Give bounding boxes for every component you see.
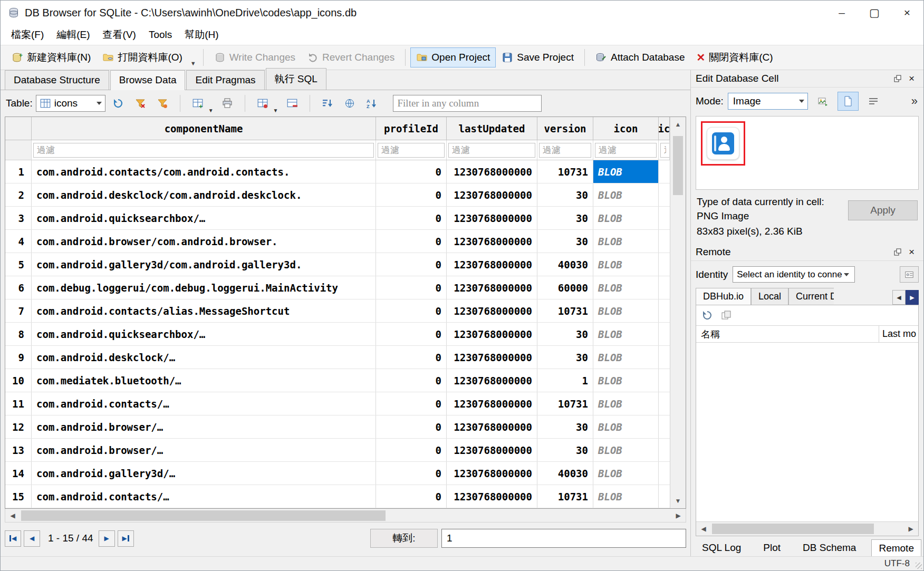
scroll-left-icon[interactable]: ◀ <box>5 512 20 519</box>
row-number[interactable]: 8 <box>5 323 32 345</box>
cell-componentName[interactable]: com.android.contacts/… <box>32 392 376 415</box>
dock-tab-sql-log[interactable]: SQL Log <box>695 539 748 556</box>
cell-profileId[interactable]: 0 <box>376 160 447 183</box>
sort-ascending-button[interactable] <box>318 94 337 113</box>
cell-version[interactable]: 30 <box>537 346 593 369</box>
remote-scroll-thumb[interactable] <box>712 524 874 534</box>
horizontal-scroll-thumb[interactable] <box>21 510 386 521</box>
open-project-button[interactable]: Open Project <box>410 47 496 67</box>
cell-icon[interactable]: BLOB <box>593 183 659 206</box>
duplicate-record-dropdown-icon[interactable]: ▼ <box>273 108 278 113</box>
column-header-profileId[interactable]: profileId <box>376 117 447 140</box>
menu-file[interactable]: 檔案(F) <box>5 25 50 44</box>
cell-version[interactable]: 10731 <box>537 160 593 183</box>
table-row[interactable]: 12 com.android.browser/… 0 1230768000000… <box>5 415 670 439</box>
remote-column-last-modified[interactable]: Last mo <box>879 328 918 340</box>
cell-lastUpdated[interactable]: 1230768000000 <box>447 207 537 229</box>
table-row[interactable]: 1 com.android.contacts/com.android.conta… <box>5 160 670 183</box>
revert-changes-button[interactable]: Revert Changes <box>301 47 400 67</box>
cell-version[interactable]: 1 <box>537 369 593 392</box>
print-button[interactable] <box>218 94 237 113</box>
apply-button[interactable]: Apply <box>848 200 918 220</box>
cell-icon[interactable]: BLOB <box>593 346 659 369</box>
goto-record-input[interactable] <box>441 529 686 548</box>
maximize-button[interactable]: ▢ <box>858 1 891 25</box>
remote-tab-dbhub[interactable]: DBHub.io <box>696 288 751 305</box>
column-header-version[interactable]: version <box>537 117 593 140</box>
cell-lastUpdated[interactable]: 1230768000000 <box>447 462 537 485</box>
resize-grip[interactable] <box>916 563 922 569</box>
row-number[interactable]: 3 <box>5 207 32 229</box>
previous-record-button[interactable]: ◀ <box>24 530 40 547</box>
cell-lastUpdated[interactable]: 1230768000000 <box>447 415 537 438</box>
cell-lastUpdated[interactable]: 1230768000000 <box>447 439 537 461</box>
minimize-button[interactable]: – <box>825 1 858 25</box>
remote-column-name[interactable]: 名稱 <box>696 326 879 342</box>
cell-version[interactable]: 30 <box>537 323 593 345</box>
table-selector[interactable]: icons <box>36 95 105 112</box>
vertical-scrollbar[interactable]: ▲ ▼ <box>670 117 686 508</box>
encoding-label[interactable]: UTF-8 <box>884 558 910 569</box>
close-dock-icon[interactable]: × <box>904 72 919 85</box>
sort-az-button[interactable]: A Z <box>362 94 381 113</box>
remote-tab-local[interactable]: Local <box>751 288 788 305</box>
filter-input-overflow[interactable] <box>660 143 670 158</box>
cell-profileId[interactable]: 0 <box>376 392 447 415</box>
delete-record-button[interactable] <box>283 94 302 113</box>
table-row[interactable]: 8 com.android.quicksearchbox/… 0 1230768… <box>5 323 670 346</box>
cell-icon[interactable]: BLOB <box>593 299 659 322</box>
cell-componentName[interactable]: com.android.deskclock/… <box>32 346 376 369</box>
tab-execute-sql[interactable]: 執行 SQL <box>266 68 326 90</box>
cell-lastUpdated[interactable]: 1230768000000 <box>447 323 537 345</box>
filter-input-version[interactable] <box>539 143 591 158</box>
cell-icon[interactable]: BLOB <box>593 439 659 461</box>
cell-version[interactable]: 10731 <box>537 299 593 322</box>
table-row[interactable]: 5 com.android.gallery3d/com.android.gall… <box>5 253 670 276</box>
column-header-icon[interactable]: icon <box>593 117 659 140</box>
row-number[interactable]: 6 <box>5 276 32 299</box>
menu-help[interactable]: 幫助(H) <box>178 25 225 44</box>
filter-input-componentName[interactable] <box>33 143 374 158</box>
cell-componentName[interactable]: com.mediatek.bluetooth/… <box>32 369 376 392</box>
cell-icon[interactable]: BLOB <box>593 276 659 299</box>
cell-componentName[interactable]: com.android.browser/… <box>32 415 376 438</box>
cell-profileId[interactable]: 0 <box>376 462 447 485</box>
cell-version[interactable]: 60000 <box>537 276 593 299</box>
row-number[interactable]: 9 <box>5 346 32 369</box>
format-button[interactable] <box>340 94 359 113</box>
goto-button[interactable]: 轉到: <box>370 529 438 548</box>
table-row[interactable]: 14 com.android.gallery3d/… 0 12307680000… <box>5 462 670 485</box>
first-record-button[interactable]: ◀ <box>5 530 21 547</box>
column-header-lastUpdated[interactable]: lastUpdated <box>447 117 537 140</box>
cell-lastUpdated[interactable]: 1230768000000 <box>447 346 537 369</box>
cell-lastUpdated[interactable]: 1230768000000 <box>447 392 537 415</box>
row-number[interactable]: 14 <box>5 462 32 485</box>
remote-tab-current-database[interactable]: Current Dat <box>788 288 834 305</box>
cell-icon[interactable]: BLOB <box>593 392 659 415</box>
cell-profileId[interactable]: 0 <box>376 485 447 508</box>
text-view-button[interactable] <box>838 92 859 111</box>
cell-componentName[interactable]: com.android.browser/… <box>32 439 376 461</box>
last-record-button[interactable]: ▶ <box>118 530 134 547</box>
identity-select[interactable]: Select an identity to conne <box>733 266 855 283</box>
cell-componentName[interactable]: com.android.browser/com.android.browser. <box>32 230 376 253</box>
filter-input-profileId[interactable] <box>378 143 445 158</box>
dock-tab-plot[interactable]: Plot <box>756 539 787 556</box>
write-changes-button[interactable]: Write Changes <box>208 47 301 67</box>
cell-profileId[interactable]: 0 <box>376 183 447 206</box>
next-record-button[interactable]: ▶ <box>99 530 115 547</box>
open-database-dropdown-icon[interactable]: ▼ <box>188 60 198 66</box>
word-wrap-button[interactable] <box>863 92 884 111</box>
cell-lastUpdated[interactable]: 1230768000000 <box>447 160 537 183</box>
cell-componentName[interactable]: com.android.contacts/alias.MessageShortc… <box>32 299 376 322</box>
tab-scroll-left-icon[interactable]: ◀ <box>892 290 906 305</box>
dock-tab-remote[interactable]: Remote <box>871 539 921 557</box>
cell-lastUpdated[interactable]: 1230768000000 <box>447 230 537 253</box>
menu-edit[interactable]: 編輯(E) <box>50 25 96 44</box>
table-row[interactable]: 6 com.debug.loggerui/com.debug.loggerui.… <box>5 276 670 299</box>
attach-database-button[interactable]: Attach Database <box>590 47 690 67</box>
close-database-button[interactable]: ✕ 關閉資料庫(C) <box>690 46 778 69</box>
open-database-button[interactable]: 打開資料庫(O) <box>97 46 188 69</box>
cell-componentName[interactable]: com.android.quicksearchbox/… <box>32 323 376 345</box>
cell-version[interactable]: 30 <box>537 207 593 229</box>
